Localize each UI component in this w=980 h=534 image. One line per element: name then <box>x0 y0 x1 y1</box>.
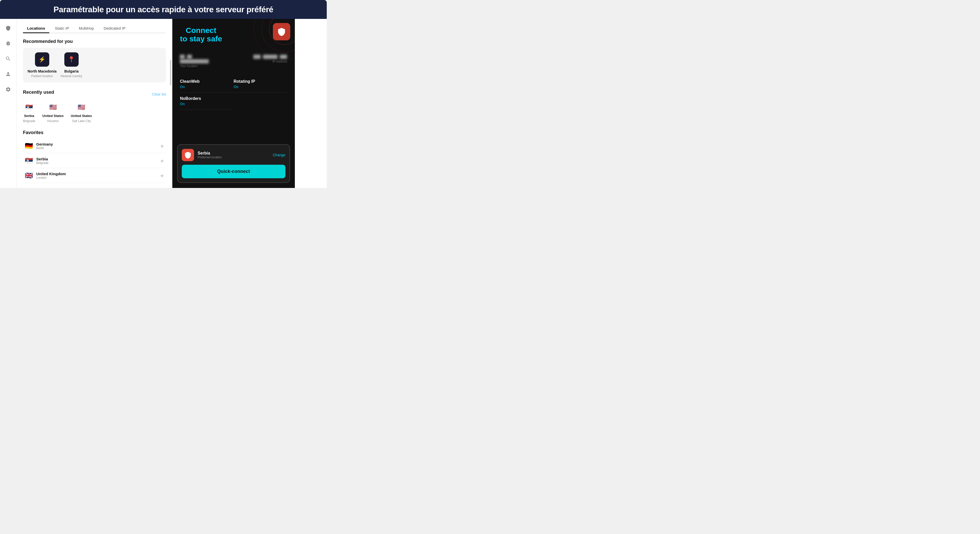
scrollbar[interactable] <box>170 60 171 85</box>
fav-star-2[interactable]: ★ <box>160 173 164 179</box>
favorites-title: Favorites <box>23 130 166 135</box>
header-title: Paramétrable pour un accès rapide à votr… <box>54 5 274 14</box>
tab-multihop[interactable]: MultiHop <box>75 24 98 33</box>
recent-item-2[interactable]: 🇺🇸 United States Salt Lake City <box>71 102 92 123</box>
quick-connect-button[interactable]: Quick-connect <box>182 165 285 178</box>
tabs-container: Locations Static IP MultiHop Dedicated I… <box>23 24 166 33</box>
dark-panel: Connectto stay safe ██ ██ ████████████ Y… <box>172 19 295 188</box>
tab-dedicated-ip[interactable]: Dedicated IP <box>100 24 130 33</box>
header-banner: Paramétrable pour un accès rapide à votr… <box>0 0 327 19</box>
recommended-section: Recommended for you ⚡ North Macedonia Fa… <box>23 39 166 83</box>
favorites-section: Favorites 🇩🇪 Germany Berlin ★ 🇷🇸 Serbia … <box>23 130 166 183</box>
recent-item-1[interactable]: 🇺🇸 United States Houston <box>42 102 64 123</box>
cleanweb-status: On <box>180 85 234 89</box>
recent-country-0: Serbia <box>24 114 34 118</box>
preferred-label: Preferred location <box>197 156 269 159</box>
recent-flag-1: 🇺🇸 <box>48 102 58 112</box>
tab-static-ip[interactable]: Static IP <box>51 24 73 33</box>
your-location-label: Your location <box>180 64 234 68</box>
rec-name-1: Bulgaria <box>64 69 79 73</box>
fav-info-2: United Kingdom London <box>36 172 66 180</box>
rec-name-0: North Macedonia <box>27 69 57 73</box>
recent-city-2: Salt Lake City <box>72 119 91 123</box>
clear-list-button[interactable]: Clear list <box>152 92 166 96</box>
fav-star-1[interactable]: ★ <box>160 158 164 164</box>
fav-city-1: Belgrade <box>36 161 48 165</box>
fav-country-2: United Kingdom <box>36 172 66 176</box>
fav-info-0: Germany Berlin <box>36 142 53 150</box>
rec-icon-1: 📍 <box>64 53 79 67</box>
fav-city-2: London <box>36 176 66 180</box>
tab-locations[interactable]: Locations <box>23 24 49 33</box>
noborders-status: On <box>180 102 234 106</box>
rec-icon-0: ⚡ <box>35 53 49 67</box>
rotating-ip-block: Rotating IP On <box>234 76 287 93</box>
cleanweb-block: CleanWeb On <box>180 76 234 93</box>
rec-sub-1: Nearest country <box>61 74 83 78</box>
sidebar <box>0 19 17 188</box>
recent-country-1: United States <box>42 114 64 118</box>
preferred-flag-box <box>182 149 194 161</box>
your-location-block: ██ ██ ████████████ Your location <box>180 52 234 70</box>
rotating-ip-status: On <box>234 85 287 89</box>
recently-used-header: Recently used Clear list <box>23 90 166 99</box>
noborders-name: NoBorders <box>180 96 234 101</box>
quick-connect-panel: Serbia Preferred location Change Quick-c… <box>177 144 290 183</box>
noborders-block: NoBorders On <box>180 93 234 110</box>
preferred-name: Serbia <box>197 151 269 156</box>
recommended-cards: ⚡ North Macedonia Fastest location 📍 Bul… <box>23 48 166 83</box>
recent-country-2: United States <box>71 114 92 118</box>
recent-city-0: Belgrade <box>23 119 35 123</box>
fav-flag-2: 🇬🇧 <box>24 172 33 180</box>
fav-city-0: Berlin <box>36 146 53 150</box>
search-sidebar-icon[interactable] <box>4 55 12 63</box>
preferred-location: Serbia Preferred location Change <box>182 149 285 161</box>
vpn-panel: Locations Static IP MultiHop Dedicated I… <box>17 19 172 188</box>
recent-item-0[interactable]: 🇷🇸 Serbia Belgrade <box>23 102 35 123</box>
ip-address-value: ███·██████·███ <box>234 55 287 59</box>
shield-logo <box>273 23 290 40</box>
recommended-item-0[interactable]: ⚡ North Macedonia Fastest location <box>27 53 57 78</box>
fav-flag-0: 🇩🇪 <box>24 142 33 150</box>
cleanweb-name: CleanWeb <box>180 79 234 84</box>
change-button[interactable]: Change <box>273 153 285 157</box>
connect-title: Connectto stay safe <box>180 26 222 43</box>
connect-header: Connectto stay safe <box>172 19 227 45</box>
bug-sidebar-icon[interactable] <box>4 39 12 48</box>
recent-flag-0: 🇷🇸 <box>24 102 34 112</box>
fav-item-0[interactable]: 🇩🇪 Germany Berlin ★ <box>23 139 166 153</box>
settings-sidebar-icon[interactable] <box>4 85 12 94</box>
your-location-sub-ip: ████████████ <box>180 59 234 63</box>
recent-flag-2: 🇺🇸 <box>76 102 86 112</box>
fav-country-1: Serbia <box>36 157 48 161</box>
rec-sub-0: Fastest location <box>32 74 53 78</box>
fav-info-1: Serbia Belgrade <box>36 157 48 165</box>
person-sidebar-icon[interactable] <box>4 70 12 78</box>
your-location-ip: ██ ██ <box>180 55 234 59</box>
recommended-item-1[interactable]: 📍 Bulgaria Nearest country <box>61 53 83 78</box>
fav-country-0: Germany <box>36 142 53 146</box>
recent-city-1: Houston <box>47 119 59 123</box>
preferred-info: Serbia Preferred location <box>197 151 269 159</box>
favorites-list: 🇩🇪 Germany Berlin ★ 🇷🇸 Serbia Belgrade ★ <box>23 139 166 183</box>
fav-star-0[interactable]: ★ <box>160 143 164 149</box>
shield-sidebar-icon[interactable] <box>4 24 12 32</box>
fav-item-2[interactable]: 🇬🇧 United Kingdom London ★ <box>23 169 166 183</box>
recent-list: 🇷🇸 Serbia Belgrade 🇺🇸 United States Hous… <box>23 102 166 123</box>
fav-item-1[interactable]: 🇷🇸 Serbia Belgrade ★ <box>23 154 166 168</box>
features-grid: CleanWeb On Rotating IP On NoBorders On <box>172 76 295 110</box>
rotating-ip-name: Rotating IP <box>234 79 287 84</box>
recently-used-section: Recently used Clear list 🇷🇸 Serbia Belgr… <box>23 90 166 123</box>
recently-used-title: Recently used <box>23 90 54 95</box>
fav-flag-1: 🇷🇸 <box>24 157 33 165</box>
recommended-title: Recommended for you <box>23 39 166 44</box>
